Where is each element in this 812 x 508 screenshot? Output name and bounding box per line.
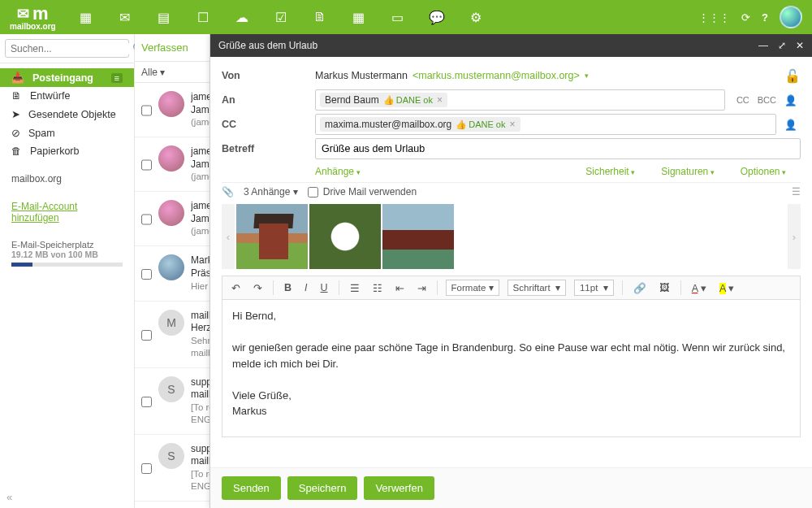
textcolor-icon[interactable]: A ▾ [689,280,709,296]
show-cc[interactable]: CC [736,95,749,105]
font-dropdown[interactable]: Schriftart ▾ [508,280,566,296]
compose-button[interactable]: Verfassen [141,41,188,54]
editor-toolbar: ↶ ↷ B I U ☰ ☷ ⇤ ⇥ Formate ▾ Schriftart ▾… [222,276,801,299]
notes-icon[interactable]: 🗎 [306,3,334,31]
show-bcc[interactable]: BCC [758,95,776,105]
cc-chip[interactable]: maxima.muster@mailbox.org 👍DANE ok × [320,117,520,132]
thumb-prev-icon[interactable]: ‹ [222,204,235,269]
to-field[interactable]: Bernd Baum 👍DANE ok × [315,89,725,111]
attachments-link[interactable]: Anhänge [315,166,361,177]
apps-icon[interactable]: ▦ [72,3,100,31]
storage-title: E-Mail-Speicherplatz [11,240,123,250]
attachment-thumb[interactable] [382,204,454,269]
search-box[interactable]: 🔍 [5,39,129,58]
list-view-icon[interactable]: ☰ [792,186,801,198]
addressbook-icon[interactable]: 👤 [781,119,801,131]
link-icon[interactable]: 🔗 [631,280,649,296]
compose-footer: Senden Speichern Verwerfen [210,467,812,508]
outdent-icon[interactable]: ⇤ [393,280,407,296]
storage-usage: 19.12 MB von 100 MB [11,250,123,259]
underline-icon[interactable]: U [318,280,330,295]
lock-open-icon[interactable]: 🔓 [784,68,801,84]
security-dropdown[interactable]: Sicherheit [585,166,635,177]
select-message-checkbox[interactable] [141,311,152,359]
from-email[interactable]: <markus.mustermann@mailbox.org> [412,70,580,81]
addressbook-icon[interactable]: 👤 [781,94,801,106]
to-chip-name: Bernd Baum [325,94,379,106]
to-chip[interactable]: Bernd Baum 👍DANE ok × [320,93,447,107]
help-icon[interactable]: ? [762,11,768,24]
tasks-icon[interactable]: ☑ [267,3,295,31]
from-label: Von [222,70,315,81]
drive-mail-checkbox[interactable] [308,187,318,198]
collapse-sidebar-icon[interactable]: « [6,491,12,503]
grid-icon[interactable]: ⋮⋮⋮ [698,11,730,24]
topbar: ✉m mailbox.org ▦ ✉ ▤ ☐ ☁ ☑ 🗎 ▦ ▭ 💬 ⚙ ⋮⋮⋮… [0,0,812,34]
folder-trash[interactable]: 🗑 Papierkorb [0,142,134,160]
folder-drafts[interactable]: 🗎 Entwürfe [0,87,134,105]
refresh-icon[interactable]: ⟳ [741,11,750,24]
signatures-dropdown[interactable]: Signaturen [661,166,715,177]
indent-icon[interactable]: ⇥ [415,280,429,296]
user-avatar[interactable] [780,6,802,28]
bold-icon[interactable]: B [282,280,294,295]
attachment-thumb[interactable] [309,204,381,269]
select-message-checkbox[interactable] [141,202,152,237]
bullet-list-icon[interactable]: ☰ [348,280,362,296]
folder-sent[interactable]: ➤ Gesendete Objekte [0,105,134,124]
close-icon[interactable]: ✕ [796,40,804,51]
thumb-next-icon[interactable]: › [788,204,801,269]
minimize-icon[interactable]: — [758,40,768,51]
number-list-icon[interactable]: ☷ [370,280,385,296]
undo-icon[interactable]: ↶ [229,280,243,296]
fontsize-dropdown[interactable]: 11pt ▾ [574,280,614,296]
remove-chip-icon[interactable]: × [509,119,515,130]
brand-name: mailbox.org [10,22,56,31]
cc-field[interactable]: maxima.muster@mailbox.org 👍DANE ok × [315,114,776,135]
browser-icon[interactable]: ▭ [384,3,412,31]
folder-inbox[interactable]: 📥 Posteingang ≡ [0,68,134,87]
calendar-icon[interactable]: ▤ [150,3,178,31]
discard-button[interactable]: Verwerfen [364,476,434,500]
attachment-thumb[interactable] [236,204,308,269]
account-name: mailbox.org [0,165,134,193]
sheets-icon[interactable]: ▦ [345,3,373,31]
select-message-checkbox[interactable] [141,378,152,426]
save-button[interactable]: Speichern [287,476,358,500]
storage-bar [11,263,123,267]
attachment-thumbnails: ‹ › [222,201,801,276]
folder-spam[interactable]: ⊘ Spam [0,124,134,142]
from-dropdown-icon[interactable]: ▾ [585,72,589,80]
italic-icon[interactable]: I [302,280,309,295]
select-message-checkbox[interactable] [141,93,152,128]
redo-icon[interactable]: ↷ [251,280,265,296]
cc-chip-name: maxima.muster@mailbox.org [325,119,451,130]
editor-body[interactable]: Hi Bernd, wir genießen gerade eine paar … [222,299,801,437]
mail-icon[interactable]: ✉ [111,3,139,31]
folder-label: Gesendete Objekte [28,109,116,120]
select-message-checkbox[interactable] [141,256,152,292]
subject-input[interactable] [315,138,801,159]
cloud-icon[interactable]: ☁ [228,3,256,31]
folder-label: Spam [28,128,55,139]
settings-icon[interactable]: ⚙ [462,3,490,31]
search-input[interactable] [11,43,132,54]
highlight-icon[interactable]: A ▾ [717,280,736,296]
image-icon[interactable]: 🖼 [657,280,672,295]
folder-menu-icon[interactable]: ≡ [111,73,123,83]
add-account-link[interactable]: E-Mail-Account hinzufügen [11,201,77,224]
contacts-icon[interactable]: ☐ [189,3,217,31]
expand-icon[interactable]: ⤢ [778,40,786,51]
formats-dropdown[interactable]: Formate ▾ [446,280,499,296]
brand-logo[interactable]: ✉m mailbox.org [10,3,56,31]
select-message-checkbox[interactable] [141,147,152,183]
send-button[interactable]: Senden [222,476,281,500]
select-message-checkbox[interactable] [141,445,152,493]
filter-dropdown[interactable]: Alle ▾ [141,67,165,78]
remove-chip-icon[interactable]: × [437,94,443,106]
options-dropdown[interactable]: Optionen [741,166,786,177]
drive-mail-toggle[interactable]: Drive Mail verwenden [308,186,417,198]
paperclip-icon[interactable]: 📎 [222,186,234,198]
attachment-count[interactable]: 3 Anhänge ▾ [244,186,298,198]
chat-icon[interactable]: 💬 [423,3,451,31]
